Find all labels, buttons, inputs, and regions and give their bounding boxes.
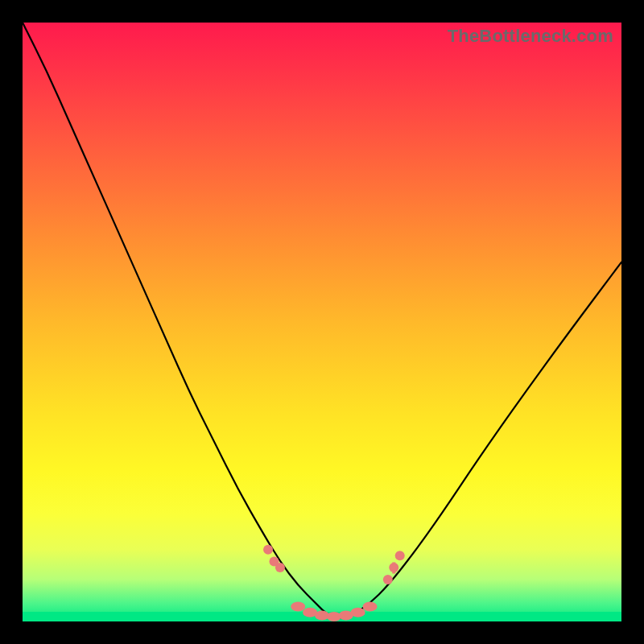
svg-point-9 — [363, 601, 378, 611]
chart-frame: TheBottleneck.com — [23, 23, 621, 621]
bottleneck-plot — [23, 23, 621, 621]
svg-point-0 — [263, 545, 273, 555]
bottleneck-curve — [23, 23, 621, 617]
svg-point-10 — [383, 575, 393, 584]
svg-rect-13 — [392, 562, 395, 573]
svg-point-8 — [351, 608, 365, 617]
svg-point-3 — [291, 601, 305, 611]
curve-markers — [263, 545, 405, 621]
svg-point-12 — [395, 551, 405, 560]
svg-point-2 — [275, 563, 285, 572]
watermark-text: TheBottleneck.com — [448, 26, 613, 47]
